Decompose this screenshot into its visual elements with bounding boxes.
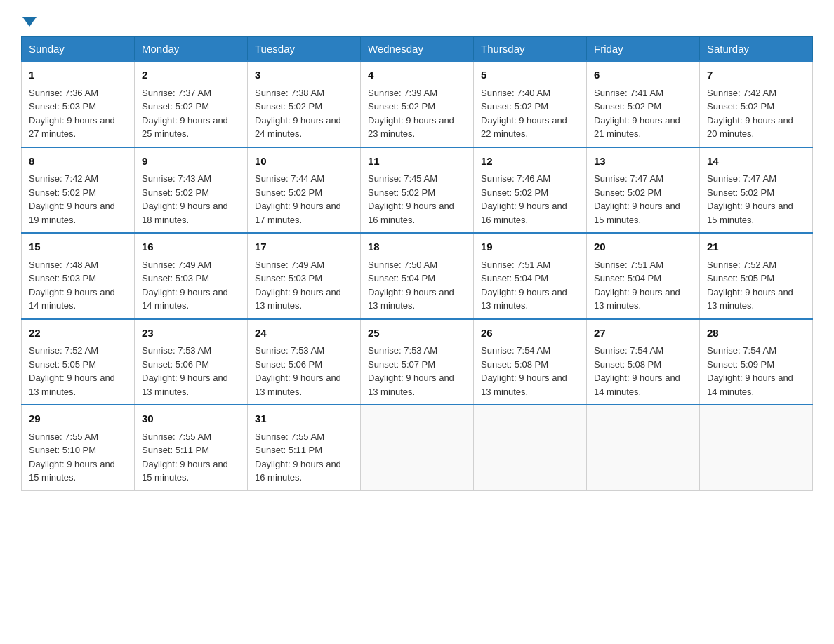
day-info: Sunrise: 7:49 AMSunset: 5:03 PMDaylight:…	[255, 258, 353, 313]
sunrise-text: Sunrise: 7:55 AM	[142, 431, 211, 442]
sunset-text: Sunset: 5:02 PM	[594, 187, 661, 198]
day-number: 2	[142, 67, 240, 83]
day-info: Sunrise: 7:47 AMSunset: 5:02 PMDaylight:…	[707, 172, 805, 227]
day-number: 4	[368, 67, 466, 83]
sunrise-text: Sunrise: 7:53 AM	[368, 345, 437, 356]
calendar-cell: 12Sunrise: 7:46 AMSunset: 5:02 PMDayligh…	[474, 147, 587, 234]
day-number: 1	[29, 67, 127, 83]
day-info: Sunrise: 7:50 AMSunset: 5:04 PMDaylight:…	[368, 258, 466, 313]
day-info: Sunrise: 7:47 AMSunset: 5:02 PMDaylight:…	[594, 172, 692, 227]
sunset-text: Sunset: 5:11 PM	[255, 445, 322, 455]
sunrise-text: Sunrise: 7:47 AM	[707, 173, 776, 184]
day-info: Sunrise: 7:49 AMSunset: 5:03 PMDaylight:…	[142, 258, 240, 313]
sunset-text: Sunset: 5:03 PM	[142, 273, 209, 283]
sunset-text: Sunset: 5:04 PM	[481, 273, 548, 283]
sunrise-text: Sunrise: 7:52 AM	[707, 260, 776, 270]
sunrise-text: Sunrise: 7:41 AM	[594, 88, 663, 98]
day-number: 11	[368, 154, 466, 170]
calendar-cell: 8Sunrise: 7:42 AMSunset: 5:02 PMDaylight…	[22, 147, 135, 234]
calendar-cell: 20Sunrise: 7:51 AMSunset: 5:04 PMDayligh…	[587, 233, 700, 319]
day-info: Sunrise: 7:37 AMSunset: 5:02 PMDaylight:…	[142, 86, 240, 141]
day-header-wednesday: Wednesday	[361, 37, 474, 62]
calendar-cell: 11Sunrise: 7:45 AMSunset: 5:02 PMDayligh…	[361, 147, 474, 234]
sunrise-text: Sunrise: 7:49 AM	[255, 260, 324, 270]
day-info: Sunrise: 7:54 AMSunset: 5:08 PMDaylight:…	[481, 344, 579, 398]
sunset-text: Sunset: 5:08 PM	[594, 359, 661, 370]
calendar-cell: 28Sunrise: 7:54 AMSunset: 5:09 PMDayligh…	[700, 319, 813, 405]
daylight-text: Daylight: 9 hours and 13 minutes.	[481, 287, 567, 311]
sunset-text: Sunset: 5:03 PM	[29, 101, 96, 112]
day-info: Sunrise: 7:42 AMSunset: 5:02 PMDaylight:…	[29, 172, 127, 227]
daylight-text: Daylight: 9 hours and 15 minutes.	[142, 459, 228, 483]
daylight-text: Daylight: 9 hours and 13 minutes.	[368, 287, 454, 311]
sunrise-text: Sunrise: 7:45 AM	[368, 173, 437, 184]
day-info: Sunrise: 7:38 AMSunset: 5:02 PMDaylight:…	[255, 86, 353, 141]
sunset-text: Sunset: 5:05 PM	[707, 273, 774, 283]
calendar-cell	[587, 405, 700, 490]
day-number: 7	[707, 67, 805, 83]
sunrise-text: Sunrise: 7:47 AM	[594, 173, 663, 184]
sunset-text: Sunset: 5:05 PM	[29, 359, 96, 370]
calendar-cell	[474, 405, 587, 490]
sunrise-text: Sunrise: 7:51 AM	[594, 260, 663, 270]
calendar-cell: 6Sunrise: 7:41 AMSunset: 5:02 PMDaylight…	[587, 61, 700, 147]
calendar-week-row: 15Sunrise: 7:48 AMSunset: 5:03 PMDayligh…	[22, 233, 813, 319]
calendar-cell: 9Sunrise: 7:43 AMSunset: 5:02 PMDaylight…	[135, 147, 248, 234]
day-number: 17	[255, 239, 353, 255]
day-header-tuesday: Tuesday	[248, 37, 361, 62]
day-number: 14	[707, 154, 805, 170]
day-number: 31	[255, 411, 353, 427]
day-info: Sunrise: 7:54 AMSunset: 5:08 PMDaylight:…	[594, 344, 692, 398]
daylight-text: Daylight: 9 hours and 13 minutes.	[142, 373, 228, 397]
sunrise-text: Sunrise: 7:54 AM	[481, 345, 550, 356]
sunrise-text: Sunrise: 7:55 AM	[255, 431, 324, 442]
sunset-text: Sunset: 5:02 PM	[29, 187, 96, 198]
calendar-table: SundayMondayTuesdayWednesdayThursdayFrid…	[21, 36, 813, 491]
sunset-text: Sunset: 5:02 PM	[255, 187, 322, 198]
sunset-text: Sunset: 5:02 PM	[368, 187, 435, 198]
sunset-text: Sunset: 5:03 PM	[255, 273, 322, 283]
day-info: Sunrise: 7:52 AMSunset: 5:05 PMDaylight:…	[707, 258, 805, 313]
daylight-text: Daylight: 9 hours and 21 minutes.	[594, 115, 680, 140]
day-info: Sunrise: 7:54 AMSunset: 5:09 PMDaylight:…	[707, 344, 805, 398]
calendar-cell: 19Sunrise: 7:51 AMSunset: 5:04 PMDayligh…	[474, 233, 587, 319]
calendar-cell: 27Sunrise: 7:54 AMSunset: 5:08 PMDayligh…	[587, 319, 700, 405]
sunrise-text: Sunrise: 7:52 AM	[29, 345, 98, 356]
day-number: 8	[29, 154, 127, 170]
calendar-week-row: 22Sunrise: 7:52 AMSunset: 5:05 PMDayligh…	[22, 319, 813, 405]
day-info: Sunrise: 7:48 AMSunset: 5:03 PMDaylight:…	[29, 258, 127, 313]
day-header-saturday: Saturday	[700, 37, 813, 62]
sunrise-text: Sunrise: 7:55 AM	[29, 431, 98, 442]
day-number: 6	[594, 67, 692, 83]
daylight-text: Daylight: 9 hours and 19 minutes.	[29, 201, 115, 225]
calendar-week-row: 1Sunrise: 7:36 AMSunset: 5:03 PMDaylight…	[22, 61, 813, 147]
sunset-text: Sunset: 5:08 PM	[481, 359, 548, 370]
day-number: 28	[707, 326, 805, 342]
calendar-cell: 21Sunrise: 7:52 AMSunset: 5:05 PMDayligh…	[700, 233, 813, 319]
daylight-text: Daylight: 9 hours and 14 minutes.	[29, 287, 115, 311]
sunrise-text: Sunrise: 7:51 AM	[481, 260, 550, 270]
calendar-cell: 15Sunrise: 7:48 AMSunset: 5:03 PMDayligh…	[22, 233, 135, 319]
daylight-text: Daylight: 9 hours and 23 minutes.	[368, 115, 454, 140]
sunset-text: Sunset: 5:02 PM	[142, 187, 209, 198]
sunrise-text: Sunrise: 7:50 AM	[368, 260, 437, 270]
sunset-text: Sunset: 5:02 PM	[142, 101, 209, 112]
daylight-text: Daylight: 9 hours and 14 minutes.	[142, 287, 228, 311]
sunset-text: Sunset: 5:02 PM	[255, 101, 322, 112]
sunrise-text: Sunrise: 7:42 AM	[29, 173, 98, 184]
day-info: Sunrise: 7:52 AMSunset: 5:05 PMDaylight:…	[29, 344, 127, 398]
sunset-text: Sunset: 5:03 PM	[29, 273, 96, 283]
day-number: 26	[481, 326, 579, 342]
daylight-text: Daylight: 9 hours and 16 minutes.	[481, 201, 567, 225]
day-header-thursday: Thursday	[474, 37, 587, 62]
day-header-friday: Friday	[587, 37, 700, 62]
sunrise-text: Sunrise: 7:43 AM	[142, 173, 211, 184]
day-info: Sunrise: 7:39 AMSunset: 5:02 PMDaylight:…	[368, 86, 466, 141]
day-number: 22	[29, 326, 127, 342]
day-number: 15	[29, 239, 127, 255]
calendar-cell: 1Sunrise: 7:36 AMSunset: 5:03 PMDaylight…	[22, 61, 135, 147]
daylight-text: Daylight: 9 hours and 13 minutes.	[29, 373, 115, 397]
sunrise-text: Sunrise: 7:54 AM	[707, 345, 776, 356]
sunset-text: Sunset: 5:04 PM	[368, 273, 435, 283]
sunrise-text: Sunrise: 7:39 AM	[368, 88, 437, 98]
